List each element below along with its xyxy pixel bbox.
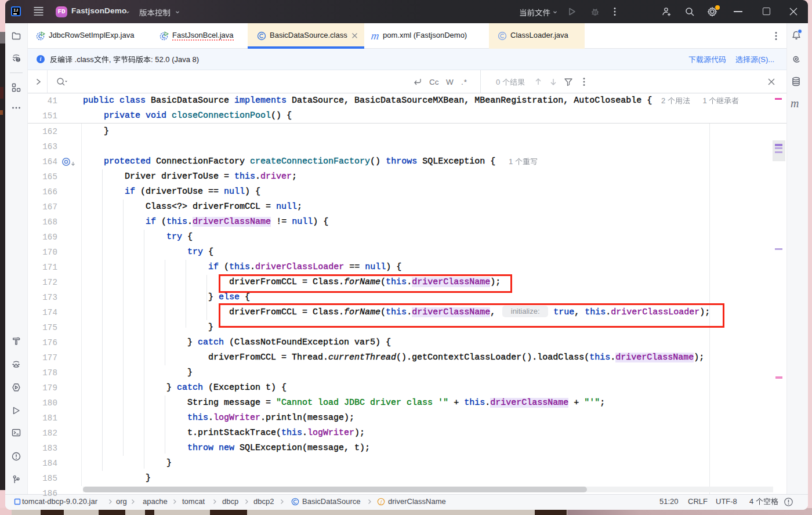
svg-text:f: f xyxy=(380,499,383,505)
